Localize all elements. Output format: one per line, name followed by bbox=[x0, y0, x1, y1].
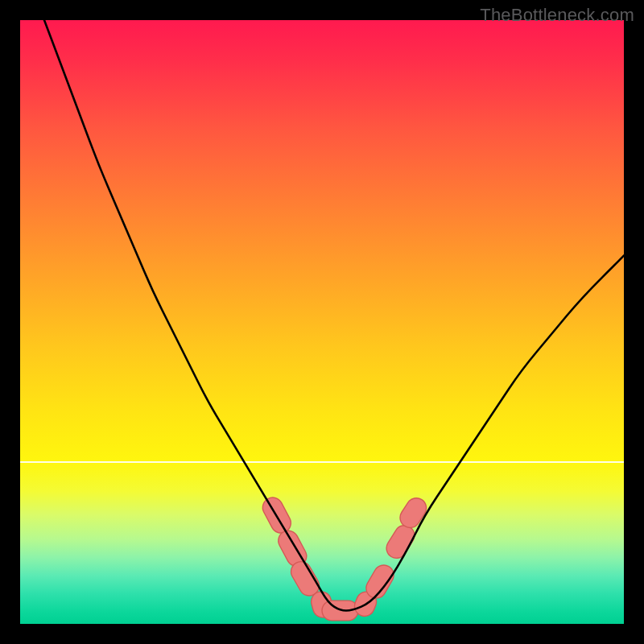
watermark-label: TheBottleneck.com bbox=[480, 5, 634, 26]
markers-group bbox=[259, 494, 430, 621]
curve-layer bbox=[20, 20, 624, 624]
plot-area bbox=[20, 20, 624, 624]
bottleneck-curve bbox=[44, 20, 624, 611]
chart-container: TheBottleneck.com bbox=[0, 0, 644, 644]
